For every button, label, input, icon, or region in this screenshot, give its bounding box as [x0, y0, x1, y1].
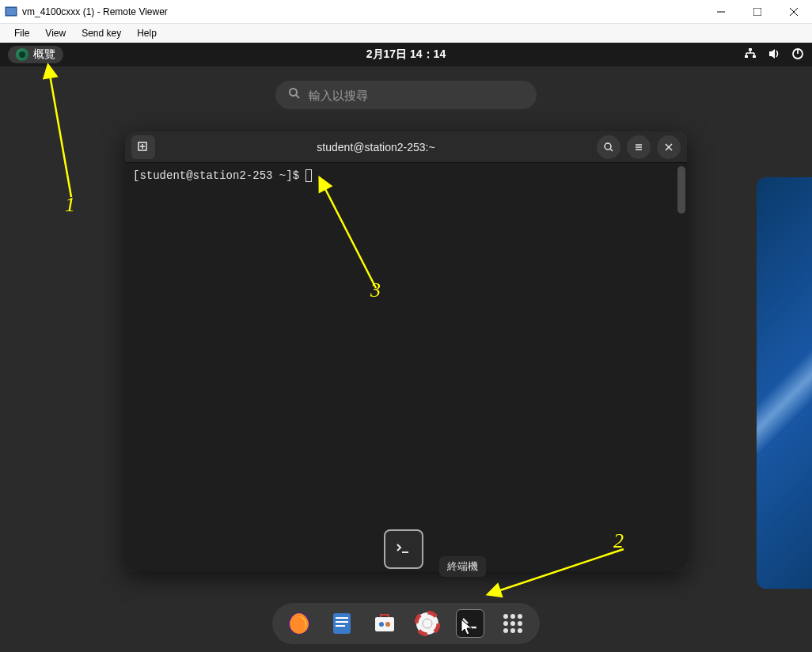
terminal-close-button[interactable]	[657, 135, 681, 159]
annotation-1: 1	[65, 193, 75, 217]
clock[interactable]: 2月17日 14：14	[366, 47, 446, 62]
activities-label: 概覽	[33, 47, 55, 62]
window-controls	[703, 0, 812, 24]
svg-point-36	[385, 622, 390, 627]
svg-rect-31	[336, 617, 348, 619]
terminal-search-button[interactable]	[597, 135, 620, 159]
search-bar[interactable]	[275, 81, 537, 109]
dock	[272, 603, 540, 644]
svg-rect-6	[749, 48, 752, 51]
power-icon[interactable]	[791, 47, 804, 63]
app-icon	[5, 6, 17, 18]
menu-bar: File View Send key Help	[0, 24, 812, 43]
svg-rect-8	[753, 55, 756, 58]
svg-line-16	[296, 95, 299, 98]
svg-rect-3	[753, 8, 761, 16]
window-title: vm_4100cxxx (1) - Remote Viewer	[22, 6, 168, 17]
window-titlebar: vm_4100cxxx (1) - Remote Viewer	[0, 0, 812, 24]
terminal-titlebar: student@station2-253:~	[125, 131, 687, 163]
terminal-menu-button[interactable]	[627, 135, 651, 159]
svg-line-21	[610, 149, 613, 151]
svg-point-35	[379, 622, 384, 627]
terminal-prompt: [student@station2-253 ~]$	[133, 169, 305, 182]
dock-firefox-icon[interactable]	[285, 609, 313, 638]
annotation-2: 2	[613, 529, 624, 553]
svg-rect-30	[333, 613, 351, 634]
gnome-desktop: 概覽 2月17日 14：14 student@station2-253:~	[0, 43, 812, 652]
volume-icon[interactable]	[768, 47, 780, 63]
gnome-topbar: 概覽 2月17日 14：14	[0, 43, 812, 66]
menu-help[interactable]: Help	[129, 28, 165, 39]
search-icon	[288, 87, 301, 103]
system-tray[interactable]	[744, 47, 804, 63]
activities-icon	[16, 48, 28, 61]
terminal-tooltip: 終端機	[439, 556, 486, 577]
svg-line-41	[49, 70, 71, 197]
annotation-3: 3	[370, 279, 381, 302]
dock-software-icon[interactable]	[370, 609, 399, 638]
svg-rect-34	[375, 617, 394, 631]
workspace-thumbnail[interactable]	[757, 177, 812, 589]
network-icon[interactable]	[744, 47, 757, 63]
svg-rect-33	[336, 625, 345, 627]
svg-rect-32	[336, 621, 348, 623]
menu-file[interactable]: File	[6, 28, 37, 39]
terminal-window[interactable]: student@station2-253:~ [student@station2…	[125, 131, 687, 571]
search-input[interactable]	[309, 89, 524, 102]
new-tab-button[interactable]	[131, 135, 155, 159]
svg-rect-7	[745, 55, 748, 58]
drag-terminal-icon[interactable]	[384, 529, 423, 569]
dock-files-icon[interactable]	[328, 609, 356, 638]
menu-view[interactable]: View	[37, 28, 74, 39]
menu-sendkey[interactable]: Send key	[74, 28, 129, 39]
maximize-button[interactable]	[739, 0, 776, 24]
close-button[interactable]	[776, 0, 812, 24]
svg-point-20	[605, 143, 611, 150]
svg-rect-27	[394, 540, 413, 559]
dock-apps-icon[interactable]	[499, 609, 527, 638]
svg-point-39	[423, 619, 432, 628]
minimize-button[interactable]	[703, 0, 739, 24]
terminal-body[interactable]: [student@station2-253 ~]$	[125, 163, 687, 571]
svg-point-15	[290, 89, 297, 96]
activities-button[interactable]: 概覽	[8, 46, 63, 63]
dock-help-icon[interactable]	[413, 609, 442, 638]
mouse-cursor	[461, 619, 475, 638]
terminal-title: student@station2-253:~	[161, 141, 590, 154]
terminal-cursor	[305, 169, 312, 182]
svg-rect-1	[6, 8, 16, 15]
terminal-scrollbar[interactable]	[677, 166, 685, 214]
